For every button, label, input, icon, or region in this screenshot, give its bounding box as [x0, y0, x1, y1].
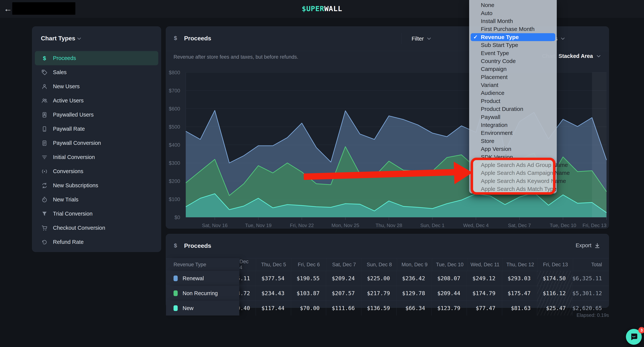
sidebar-item-refund-rate[interactable]: Refund Rate	[35, 235, 158, 249]
menu-item-label: Paywall	[481, 114, 500, 120]
cart-icon	[41, 224, 48, 232]
menu-item-paywall[interactable]: Paywall	[469, 113, 557, 121]
menu-item-label: Apple Search Ads Match Type	[481, 186, 556, 192]
sidebar-item-proceeds[interactable]: $Proceeds	[35, 51, 158, 65]
cell-mon-dec-9: $66.34	[396, 301, 432, 315]
cell-sun-dec-8: $217.79	[361, 286, 396, 301]
cell-sat-dec-7: $111.66	[326, 301, 361, 315]
sidebar-item-new-users[interactable]: New Users	[35, 79, 158, 94]
menu-item-auto[interactable]: Auto	[469, 9, 557, 17]
menu-item-label: Store	[481, 138, 494, 144]
sidebar-item-list: $ProceedsSalesNew UsersActive UsersPaywa…	[32, 51, 161, 249]
y-axis-tick-label: $0	[174, 215, 180, 220]
sidebar-item-sales[interactable]: Sales	[35, 65, 158, 79]
app-root: ← $UPERWALL Chart Types $ProceedsSalesNe…	[0, 0, 644, 347]
menu-item-product-duration[interactable]: Product Duration	[469, 105, 557, 113]
menu-item-environment[interactable]: Environment	[469, 129, 557, 137]
cell-tue-dec-10: $209.44	[432, 286, 467, 301]
sidebar-item-paywall-rate[interactable]: Paywall Rate	[35, 122, 158, 136]
column-header-revenue-type: Revenue Type	[166, 258, 240, 271]
chart-subtitle: Revenue after store fees and taxes, but …	[174, 54, 298, 60]
menu-item-store[interactable]: Store	[469, 137, 557, 145]
sidebar-item-new-trials[interactable]: New Trials	[35, 193, 158, 207]
checkmark-icon: ✓	[473, 34, 478, 40]
table-row-non-recurring[interactable]: Non Recurring3.72$234.43$103.87$207.57$2…	[166, 286, 609, 301]
chart-panel-title: Proceeds	[184, 35, 211, 42]
menu-item-first-purchase-month[interactable]: First Purchase Month	[469, 25, 557, 33]
menu-item-label: Product Duration	[481, 106, 523, 112]
chevron-down-icon	[76, 36, 82, 41]
x-axis-tick-label: Fri, Dec 13	[582, 222, 606, 228]
sidebar-item-label: Trial Conversion	[53, 211, 92, 217]
filter-dropdown[interactable]: Filter	[412, 27, 432, 51]
menu-item-audience[interactable]: Audience	[469, 89, 557, 97]
menu-item-apple-search-ads-match-type[interactable]: Apple Search Ads Match Type	[469, 185, 557, 193]
menu-item-product[interactable]: Product	[469, 97, 557, 105]
menu-item-event-type[interactable]: Event Type	[469, 49, 557, 57]
cell-thu-dec-12: $293.03	[502, 271, 537, 286]
y-axis-tick-label: $100	[169, 196, 180, 202]
series-color-swatch	[174, 275, 178, 281]
row-label-renewal: Renewal	[166, 271, 239, 286]
cell-mon-dec-9: $236.42	[396, 271, 432, 286]
cycle-icon	[41, 182, 48, 189]
x-axis-tick-label: Sat, Nov 16	[202, 222, 228, 228]
column-header-tue-dec-10: Tue, Dec 10	[432, 258, 467, 271]
sidebar-item-paywalled-users[interactable]: Paywalled Users	[35, 108, 158, 122]
row-label-text: Non Recurring	[182, 290, 218, 296]
sidebar-title: Chart Types	[41, 35, 75, 42]
target-icon	[41, 168, 48, 175]
cell-fri-dec-13: $174.50	[537, 271, 572, 286]
menu-item-label: Variant	[481, 82, 498, 88]
table-row-new[interactable]: New0.40$117.44$70.00$111.66$136.59$66.34…	[166, 301, 609, 315]
x-axis-tick-label: Sun, Dec 1	[420, 222, 445, 228]
sidebar-item-label: Paywall Conversion	[53, 140, 101, 146]
cell-thu-dec-12: $175.47	[502, 286, 537, 301]
menu-item-sub-start-type[interactable]: Sub Start Type	[469, 41, 557, 49]
menu-item-label: Sub Start Type	[481, 42, 518, 48]
export-button[interactable]: Export	[576, 242, 600, 249]
cell-mon-dec-9: $129.78	[396, 286, 432, 301]
menu-item-label: Country Code	[481, 58, 516, 64]
sidebar-item-paywall-conversion[interactable]: Paywall Conversion	[35, 136, 158, 150]
menu-item-install-month[interactable]: Install Month	[469, 17, 557, 25]
menu-item-placement[interactable]: Placement	[469, 73, 557, 81]
menu-item-variant[interactable]: Variant	[469, 81, 557, 89]
menu-item-sdk-version[interactable]: SDK Version	[469, 153, 557, 161]
sidebar-item-initial-conversion[interactable]: Initial Conversion	[35, 150, 158, 164]
y-axis-tick-label: $800	[169, 70, 180, 76]
redacted-app-name	[12, 2, 75, 15]
sidebar-item-checkout-conversion[interactable]: Checkout Conversion	[35, 221, 158, 235]
chat-bubble-icon	[630, 332, 638, 341]
sidebar-item-new-subscriptions[interactable]: New Subscriptions	[35, 178, 158, 193]
sidebar-header[interactable]: Chart Types	[32, 27, 161, 51]
menu-item-apple-search-ads-ad-group-name[interactable]: Apple Search Ads Ad Group Name	[469, 161, 557, 169]
menu-item-integration[interactable]: Integration	[469, 121, 557, 129]
cell-wed-dec-11: $77.47	[467, 301, 502, 315]
menu-item-none[interactable]: None	[469, 1, 557, 9]
funnel-icon	[41, 210, 48, 217]
cell-sun-dec-8: $225.00	[361, 271, 396, 286]
menu-item-revenue-type[interactable]: ✓Revenue Type	[471, 33, 555, 41]
menu-item-app-version[interactable]: App Version	[469, 145, 557, 153]
menu-item-country-code[interactable]: Country Code	[469, 57, 557, 65]
cell-thu-dec-5: $377.54	[256, 271, 291, 286]
sidebar-item-conversions[interactable]: Conversions	[35, 164, 158, 178]
chart-types-sidebar: Chart Types $ProceedsSalesNew UsersActiv…	[32, 27, 161, 252]
y-axis-tick-label: $500	[169, 124, 180, 130]
sidebar-item-trial-conversion[interactable]: Trial Conversion	[35, 207, 158, 221]
menu-item-apple-search-ads-keyword-name[interactable]: Apple Search Ads Keyword Name	[469, 177, 557, 185]
table-row-renewal[interactable]: Renewal5.11$377.54$190.55$209.24$225.00$…	[166, 271, 609, 286]
back-arrow-icon[interactable]: ←	[4, 4, 12, 13]
menu-item-label: SDK Version	[481, 154, 513, 160]
menu-item-label: Event Type	[481, 50, 509, 56]
sidebar-item-active-users[interactable]: Active Users	[35, 94, 158, 108]
dollar-icon: $	[41, 55, 48, 62]
sidebar-item-label: Paywalled Users	[53, 112, 94, 118]
menu-item-campaign[interactable]: Campaign	[469, 65, 557, 73]
table-panel-header: $ Proceeds Export	[166, 234, 609, 258]
menu-item-label: Integration	[481, 122, 508, 128]
column-header-sun-dec-8: Sun, Dec 8	[362, 258, 397, 271]
series-color-swatch	[174, 290, 178, 296]
menu-item-apple-search-ads-campaign-name[interactable]: Apple Search Ads Campaign Name	[469, 169, 557, 177]
